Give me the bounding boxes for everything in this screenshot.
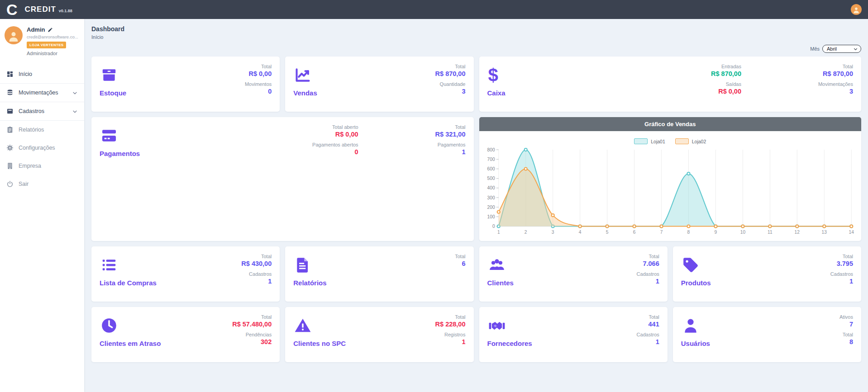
stat-label: Ativos xyxy=(839,314,853,320)
user-role: Administrador xyxy=(27,51,78,56)
card-title[interactable]: Vendas xyxy=(293,89,317,97)
grid-icon xyxy=(6,71,14,78)
stat-label: Total xyxy=(818,64,853,69)
month-select[interactable]: Abril xyxy=(822,45,861,53)
x-tick-label: 1 xyxy=(497,230,500,235)
sales-chart-card: Gráfico de Vendas Loja01 Loja02 12345678… xyxy=(479,117,862,241)
stat-value: 6 xyxy=(455,260,465,267)
card-produtos[interactable]: Produtos Total3.795 Cadastros1 xyxy=(673,246,861,302)
x-tick-label: 7 xyxy=(660,230,663,235)
clipboard-icon xyxy=(6,126,14,133)
stat-value: 1 xyxy=(830,278,853,285)
card-title[interactable]: Fornecedores xyxy=(487,340,532,347)
data-point-Loja02[interactable] xyxy=(551,214,554,217)
sidebar-item-label: Cadastros xyxy=(19,108,44,114)
sidebar-item-inicio[interactable]: Início xyxy=(0,65,84,83)
chart-line-icon xyxy=(294,66,311,84)
x-tick-label: 9 xyxy=(714,230,717,235)
main-content: Dashboard Início Mês Abril Estoque Total… xyxy=(84,19,868,392)
data-point-Loja02[interactable] xyxy=(796,225,798,227)
stat-label: Total xyxy=(232,314,272,320)
app-version: v0.1.88 xyxy=(59,9,72,13)
data-point-Loja01[interactable] xyxy=(524,148,527,151)
data-point-Loja02[interactable] xyxy=(823,225,825,227)
data-point-Loja02[interactable] xyxy=(741,225,744,227)
sidebar-item-empresa[interactable]: Empresa xyxy=(0,157,84,175)
card-vendas[interactable]: Vendas TotalR$ 870,00 Quantidade3 xyxy=(285,57,473,112)
stat-label: Cadastros xyxy=(637,271,659,277)
user-avatar[interactable] xyxy=(851,4,862,15)
legend-loja02[interactable]: Loja02 xyxy=(675,138,706,144)
card-title[interactable]: Produtos xyxy=(681,279,711,287)
warning-triangle-icon xyxy=(294,317,311,334)
legend-label: Loja01 xyxy=(651,139,665,144)
data-point-Loja01[interactable] xyxy=(687,172,690,175)
stat-value: R$ 321,00 xyxy=(435,131,466,138)
data-point-Loja02[interactable] xyxy=(578,225,581,227)
card-pagamentos[interactable]: Pagamentos Total abertoR$ 0,00 Pagamento… xyxy=(91,117,474,241)
sidebar-item-relatorios[interactable]: Relatórios xyxy=(0,121,84,139)
card-title[interactable]: Usuários xyxy=(681,340,710,347)
sidebar-item-configuracoes[interactable]: Configurações xyxy=(0,139,84,157)
chart-plot-area: 1234567891011121314010020030040050060070… xyxy=(479,145,862,241)
data-point-Loja02[interactable] xyxy=(497,211,500,213)
list-icon xyxy=(100,256,118,274)
stat-label: Movimentações xyxy=(818,81,853,87)
card-title[interactable]: Clientes no SPC xyxy=(293,340,346,347)
sidebar-item-cadastros[interactable]: Cadastros xyxy=(0,102,84,121)
stat-label: Saídas xyxy=(711,81,741,87)
card-clientes-no-spc[interactable]: Clientes no SPC TotalR$ 228,00 Registros… xyxy=(285,307,473,362)
sidebar-item-sair[interactable]: Sair xyxy=(0,175,84,193)
card-title[interactable]: Clientes em Atraso xyxy=(100,340,161,347)
handshake-icon xyxy=(488,317,506,334)
avatar[interactable] xyxy=(5,26,23,44)
card-clientes[interactable]: Clientes Total7.066 Cadastros1 xyxy=(479,246,668,302)
legend-label: Loja02 xyxy=(692,139,706,144)
gear-icon xyxy=(6,144,14,151)
sidebar-item-movimentacoes[interactable]: Movimentações xyxy=(0,83,84,102)
data-point-Loja02[interactable] xyxy=(768,225,771,227)
stat-value: 0 xyxy=(245,88,272,95)
stat-value: R$ 870,00 xyxy=(818,70,853,77)
stat-value: 1 xyxy=(637,278,659,285)
data-point-Loja02[interactable] xyxy=(606,225,608,227)
card-title[interactable]: Caixa xyxy=(487,89,506,97)
stat-value: R$ 430,00 xyxy=(241,260,272,267)
card-title[interactable]: Pagamentos xyxy=(100,150,140,157)
card-fornecedores[interactable]: Fornecedores Total441 Cadastros1 xyxy=(479,307,668,362)
data-point-Loja02[interactable] xyxy=(687,225,690,227)
card-clientes-em-atraso[interactable]: Clientes em Atraso TotalR$ 57.480,00 Pen… xyxy=(91,307,280,362)
x-tick-label: 3 xyxy=(551,230,554,235)
y-tick-label: 200 xyxy=(487,205,495,210)
card-lista-de-compras[interactable]: Lista de Compras TotalR$ 430,00 Cadastro… xyxy=(91,246,280,302)
stat-label: Pagamentos xyxy=(435,142,466,147)
stat-label: Total xyxy=(435,314,466,320)
y-tick-label: 0 xyxy=(492,224,495,229)
data-point-Loja02[interactable] xyxy=(714,225,717,227)
cards-grid: Estoque TotalR$ 0,00 Movimentos0 Vendas … xyxy=(91,57,861,362)
card-usuarios[interactable]: Usuários Ativos7 Total8 xyxy=(673,307,861,362)
page-title: Dashboard xyxy=(91,25,861,33)
box-icon xyxy=(100,66,118,84)
data-point-Loja02[interactable] xyxy=(660,225,663,227)
data-point-Loja02[interactable] xyxy=(850,225,853,227)
card-relatorios[interactable]: Relatórios Total6 xyxy=(285,246,473,302)
legend-loja01[interactable]: Loja01 xyxy=(634,138,665,144)
app-brand: CREDIT xyxy=(25,5,56,14)
power-icon xyxy=(6,180,14,188)
card-title[interactable]: Clientes xyxy=(487,279,514,287)
edit-pencil-icon[interactable] xyxy=(48,27,53,33)
store-badge: LOJA VERTENTES xyxy=(27,42,66,48)
sidebar-nav: Início Movimentações Cadastros Relatório… xyxy=(0,65,84,193)
card-estoque[interactable]: Estoque TotalR$ 0,00 Movimentos0 xyxy=(91,57,280,112)
card-title[interactable]: Lista de Compras xyxy=(100,279,157,287)
card-caixa[interactable]: $ Caixa EntradasR$ 870,00 SaídasR$ 0,00 … xyxy=(479,57,862,112)
card-title[interactable]: Estoque xyxy=(100,89,126,97)
sidebar-item-label: Configurações xyxy=(19,145,55,151)
data-point-Loja02[interactable] xyxy=(633,225,635,227)
y-tick-label: 500 xyxy=(487,176,495,181)
data-point-Loja02[interactable] xyxy=(524,167,527,170)
card-title[interactable]: Relatórios xyxy=(293,279,326,287)
x-tick-label: 12 xyxy=(794,230,800,235)
stat-value: 441 xyxy=(637,321,659,328)
